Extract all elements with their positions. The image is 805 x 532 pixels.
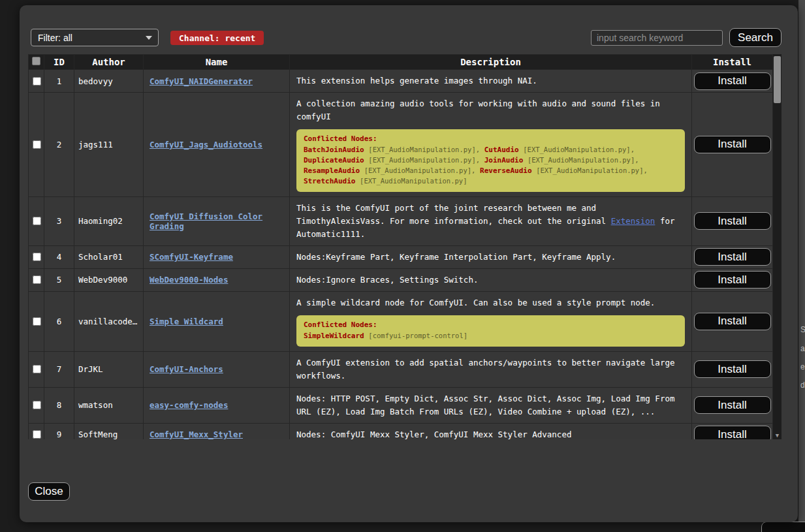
row-description: Nodes: HTTP POST, Empty Dict, Assoc Str,… bbox=[296, 394, 674, 416]
background-text-fragment: S bbox=[800, 325, 805, 334]
row-author: jags111 bbox=[75, 140, 142, 149]
table-row: 1 bedovyy ComfyUI_NAIDGenerator This ext… bbox=[29, 70, 773, 93]
table-scrollbar-thumb[interactable] bbox=[774, 56, 781, 103]
background-text-fragment: a bbox=[800, 344, 805, 353]
table-scrollbar[interactable]: ▼ bbox=[773, 54, 781, 439]
row-description: Nodes: ComfyUI Mexx Styler, ComfyUI Mexx… bbox=[296, 430, 571, 439]
row-id: 4 bbox=[44, 245, 74, 268]
custom-nodes-table: ID Author Name Description Install 1 bed… bbox=[28, 54, 773, 439]
row-id: 3 bbox=[44, 196, 74, 245]
background-text-fragment: e bbox=[800, 362, 805, 371]
row-checkbox[interactable] bbox=[33, 365, 41, 373]
install-button[interactable]: Install bbox=[694, 136, 771, 153]
filter-select[interactable]: Filter: all bbox=[31, 29, 159, 46]
row-description: A ComfyUI extension to add spatial ancho… bbox=[296, 358, 674, 381]
row-description: A collection amazing audio tools for wor… bbox=[296, 99, 660, 121]
install-button[interactable]: Install bbox=[694, 396, 771, 414]
close-button[interactable]: Close bbox=[28, 482, 70, 501]
table-row: 8 wmatson easy-comfy-nodes Nodes: HTTP P… bbox=[29, 387, 773, 423]
node-name-link[interactable]: Simple Wildcard bbox=[150, 317, 223, 326]
node-name-link[interactable]: ComfyUI_Jags_Audiotools bbox=[150, 140, 262, 149]
row-author: Haoming02 bbox=[75, 216, 142, 226]
table-header-row: ID Author Name Description Install bbox=[29, 55, 773, 70]
row-description: A simple wildcard node for ComfyUI. Can … bbox=[296, 298, 655, 307]
row-id: 9 bbox=[44, 423, 74, 439]
install-button[interactable]: Install bbox=[694, 360, 771, 378]
custom-nodes-table-container: ID Author Name Description Install 1 bed… bbox=[28, 54, 781, 439]
description-extension-link[interactable]: Extension bbox=[611, 216, 655, 226]
column-header-description: Description bbox=[290, 55, 692, 70]
table-row: 2 jags111 ComfyUI_Jags_Audiotools A coll… bbox=[29, 93, 773, 197]
background-text-fragment: d bbox=[800, 381, 805, 390]
row-author: DrJKL bbox=[75, 364, 142, 374]
row-id: 2 bbox=[44, 93, 74, 197]
table-row: 7 DrJKL ComfyUI-Anchors A ComfyUI extens… bbox=[29, 351, 773, 387]
node-name-link[interactable]: ComfyUI_NAIDGenerator bbox=[150, 76, 253, 86]
node-name-link[interactable]: ComfyUI-Anchors bbox=[150, 364, 223, 374]
node-name-link[interactable]: SComfyUI-Keyframe bbox=[150, 252, 233, 262]
column-header-install: Install bbox=[692, 55, 773, 70]
row-author: vanillacode314 bbox=[75, 317, 142, 326]
install-button[interactable]: Install bbox=[694, 212, 771, 230]
install-button[interactable]: Install bbox=[694, 426, 771, 439]
table-row: 5 WebDev9000 WebDev9000-Nodes Nodes:Igno… bbox=[29, 268, 773, 291]
install-button[interactable]: Install bbox=[694, 313, 771, 330]
node-name-link[interactable]: ComfyUI_Mexx_Styler bbox=[150, 430, 243, 439]
page-background: S a e d Filter: all Channel: recent Sear… bbox=[0, 0, 805, 532]
row-checkbox[interactable] bbox=[33, 77, 41, 86]
row-checkbox[interactable] bbox=[33, 253, 41, 261]
conflicted-nodes-box: Conflicted Nodes: SimpleWildcard [comfyu… bbox=[296, 315, 685, 347]
search-button[interactable]: Search bbox=[729, 28, 781, 47]
table-row: 3 Haoming02 ComfyUI Diffusion Color Grad… bbox=[29, 196, 773, 245]
install-button[interactable]: Install bbox=[694, 271, 771, 289]
column-header-author: Author bbox=[74, 55, 144, 70]
row-author: SoftMeng bbox=[75, 430, 142, 439]
install-button[interactable]: Install bbox=[694, 72, 771, 90]
select-all-checkbox[interactable] bbox=[32, 57, 40, 65]
row-id: 6 bbox=[44, 291, 74, 351]
install-button[interactable]: Install bbox=[694, 248, 771, 266]
channel-button[interactable]: Channel: recent bbox=[170, 31, 264, 45]
scroll-down-arrow[interactable]: ▼ bbox=[773, 432, 781, 439]
table-row: 4 Scholar01 SComfyUI-Keyframe Nodes:Keyf… bbox=[29, 245, 773, 268]
background-menu-edge bbox=[798, 0, 805, 532]
row-checkbox[interactable] bbox=[33, 401, 41, 409]
row-checkbox[interactable] bbox=[33, 275, 41, 284]
row-description: This is the ComfyUI port of the joint re… bbox=[296, 203, 611, 226]
table-row: 9 SoftMeng ComfyUI_Mexx_Styler Nodes: Co… bbox=[29, 423, 773, 439]
column-header-name: Name bbox=[144, 55, 290, 70]
row-id: 7 bbox=[44, 351, 74, 387]
install-custom-nodes-dialog: Filter: all Channel: recent Search ID Au… bbox=[20, 5, 798, 522]
row-id: 8 bbox=[44, 387, 74, 423]
column-header-id: ID bbox=[44, 55, 74, 70]
row-checkbox[interactable] bbox=[33, 217, 41, 225]
node-name-link[interactable]: WebDev9000-Nodes bbox=[150, 275, 228, 285]
chevron-down-icon bbox=[146, 36, 152, 40]
background-button-fragment[interactable] bbox=[761, 522, 805, 532]
node-name-link[interactable]: easy-comfy-nodes bbox=[150, 400, 228, 410]
row-description: Nodes:Ignore Braces, Settings Switch. bbox=[296, 275, 478, 285]
row-author: WebDev9000 bbox=[75, 275, 142, 285]
row-id: 5 bbox=[44, 268, 74, 291]
row-checkbox[interactable] bbox=[33, 140, 41, 149]
row-author: Scholar01 bbox=[75, 252, 142, 262]
row-checkbox[interactable] bbox=[33, 430, 41, 439]
conflicted-nodes-box: Conflicted Nodes: BatchJoinAudio [EXT_Au… bbox=[296, 129, 685, 192]
conflict-title: Conflicted Nodes: bbox=[304, 134, 678, 143]
conflict-title: Conflicted Nodes: bbox=[304, 321, 678, 329]
row-id: 1 bbox=[44, 70, 74, 93]
filter-select-label: Filter: all bbox=[38, 33, 72, 43]
search-input[interactable] bbox=[591, 30, 723, 46]
conflict-items: BatchJoinAudio [EXT_AudioManipulation.py… bbox=[304, 145, 678, 187]
row-author: wmatson bbox=[75, 400, 142, 410]
table-row: 6 vanillacode314 Simple Wildcard A simpl… bbox=[29, 291, 773, 351]
node-name-link[interactable]: ComfyUI Diffusion Color Grading bbox=[150, 211, 262, 231]
row-checkbox[interactable] bbox=[33, 317, 41, 326]
conflict-items: SimpleWildcard [comfyui-prompt-control] bbox=[304, 331, 678, 341]
row-description: This extension helps generate images thr… bbox=[296, 76, 537, 86]
row-author: bedovyy bbox=[75, 76, 142, 86]
row-description: Nodes:Keyframe Part, Keyframe Interpolat… bbox=[296, 252, 616, 262]
